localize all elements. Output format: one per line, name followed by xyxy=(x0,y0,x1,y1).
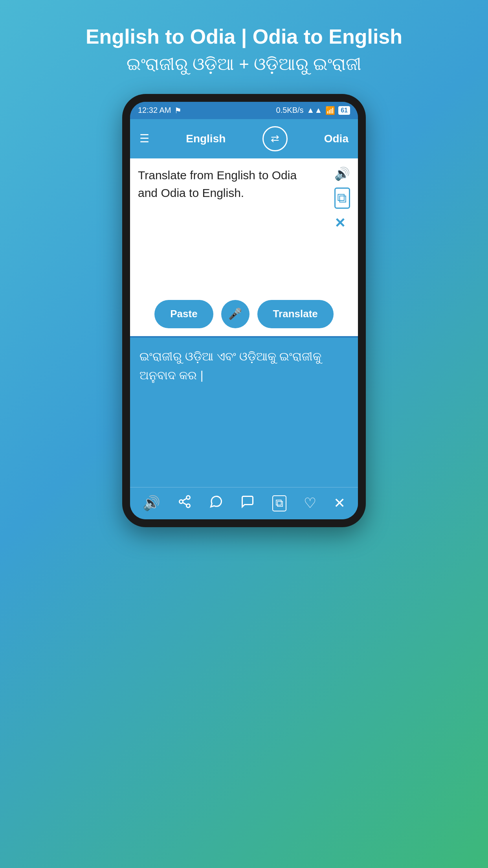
swap-icon: ⇄ xyxy=(271,132,279,145)
input-buttons-row: Paste 🎤 Translate xyxy=(130,292,358,336)
app-title: English to Odia | Odia to English xyxy=(86,24,402,50)
bottom-favorite-button[interactable]: ♡ xyxy=(304,495,316,511)
menu-button[interactable]: ☰ xyxy=(139,132,149,145)
signal-icon: ▲▲ xyxy=(307,106,323,115)
svg-point-2 xyxy=(187,504,190,508)
status-bar: 12:32 AM ⚑ 0.5KB/s ▲▲ 📶 61 xyxy=(130,102,358,119)
microphone-button[interactable]: 🎤 xyxy=(221,300,250,328)
input-section: Translate from English to Odia and Odia … xyxy=(130,158,358,292)
battery-indicator: 61 xyxy=(338,106,350,115)
speak-input-button[interactable]: 🔊 xyxy=(334,166,350,181)
bottom-action-bar: 🔊 ⧉ ♡ ✕ xyxy=(130,487,358,519)
input-text-display[interactable]: Translate from English to Odia and Odia … xyxy=(138,166,350,202)
clear-input-button[interactable]: ✕ xyxy=(334,215,350,231)
copy-input-button[interactable]: ⧉ xyxy=(334,188,350,209)
svg-line-3 xyxy=(183,502,187,505)
mic-icon: 🎤 xyxy=(228,307,242,320)
input-action-icons: 🔊 ⧉ ✕ xyxy=(334,166,350,231)
svg-point-1 xyxy=(180,500,183,503)
notification-icon: ⚑ xyxy=(174,106,182,115)
status-time: 12:32 AM xyxy=(138,106,171,115)
phone-frame: 12:32 AM ⚑ 0.5KB/s ▲▲ 📶 61 ☰ English ⇄ O… xyxy=(122,94,366,527)
language-from-label[interactable]: English xyxy=(186,132,226,145)
bottom-whatsapp-button[interactable] xyxy=(209,495,223,512)
language-to-label[interactable]: Odia xyxy=(324,132,349,145)
app-subtitle: ଇଂରାଜୀରୁ ଓଡ଼ିଆ + ଓଡ଼ିଆରୁ ଇଂରାଜୀ xyxy=(86,54,402,74)
bottom-speak-button[interactable]: 🔊 xyxy=(143,495,160,511)
svg-point-0 xyxy=(187,496,190,499)
phone-screen: 12:32 AM ⚑ 0.5KB/s ▲▲ 📶 61 ☰ English ⇄ O… xyxy=(130,102,358,519)
output-text-display: ଇଂରାଜୀରୁ ଓଡ଼ିଆ ଏବଂ ଓଡ଼ିଆକୁ ଇଂରାଜୀକୁ ଅନୁବ… xyxy=(139,347,349,385)
svg-line-4 xyxy=(183,498,187,500)
app-toolbar: ☰ English ⇄ Odia xyxy=(130,119,358,158)
output-section: ଇଂରାଜୀରୁ ଓଡ଼ିଆ ଏବଂ ଓଡ଼ିଆକୁ ଇଂରାଜୀକୁ ଅନୁବ… xyxy=(130,338,358,487)
translate-button[interactable]: Translate xyxy=(257,300,334,328)
speed-indicator: 0.5KB/s xyxy=(276,106,304,115)
bottom-copy-button[interactable]: ⧉ xyxy=(272,495,286,511)
bottom-messenger-button[interactable] xyxy=(240,495,255,512)
paste-button[interactable]: Paste xyxy=(154,300,213,328)
bottom-share-button[interactable] xyxy=(178,495,192,512)
wifi-icon: 📶 xyxy=(325,106,335,115)
bottom-close-button[interactable]: ✕ xyxy=(334,495,345,511)
swap-language-button[interactable]: ⇄ xyxy=(262,126,288,151)
